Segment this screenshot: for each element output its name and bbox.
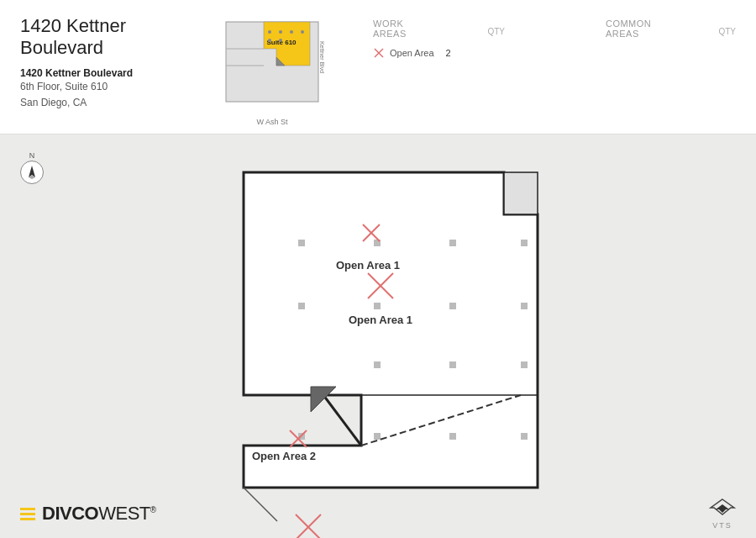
svg-point-8 (279, 39, 282, 42)
logo-bars-icon (20, 508, 35, 520)
qty-label: QTY (487, 27, 505, 36)
open-area-icon (373, 47, 385, 59)
svg-rect-29 (521, 361, 528, 368)
open-area-2-icon (288, 429, 308, 449)
svg-rect-32 (449, 433, 456, 440)
logo-registered: ® (150, 505, 156, 514)
work-areas-label: Work Areas (373, 18, 437, 39)
work-areas-section: Work Areas QTY Open Area 2 (373, 18, 505, 59)
svg-point-3 (268, 30, 271, 34)
open-area-2-label: Open Area 2 (252, 450, 316, 462)
vts-logo: VTS (709, 496, 736, 530)
svg-text:Kettner Blvd: Kettner Blvd (319, 41, 325, 73)
svg-rect-27 (374, 361, 381, 368)
thumbnail-street-label: W Ash St (256, 118, 287, 126)
logo-bar-2 (20, 513, 35, 515)
open-area-row: Open Area 2 (373, 47, 505, 59)
common-areas-section: Common Areas QTY (606, 18, 736, 59)
legend-headers: Work Areas QTY Open Area 2 Common Areas (373, 18, 736, 59)
svg-rect-31 (374, 433, 381, 440)
vts-label: VTS (712, 521, 732, 530)
open-area-1-icon (361, 223, 381, 243)
svg-rect-26 (521, 303, 528, 309)
common-areas-label: Common Areas (606, 18, 685, 39)
property-name: 1420 Kettner Boulevard (20, 67, 205, 79)
svg-rect-33 (521, 433, 528, 440)
svg-text:Open Area 1: Open Area 1 (349, 314, 412, 326)
svg-marker-18 (504, 172, 538, 214)
thumbnail-svg: Suite 610 Kettner Blvd (218, 15, 327, 116)
divcowest-logo: DIVCOWEST® (20, 503, 156, 525)
logo-text: DIVCOWEST® (42, 503, 156, 525)
floorplan-area: N (0, 134, 756, 538)
property-info: 1420 Kettner Boulevard 1420 Kettner Boul… (20, 15, 205, 111)
svg-line-37 (323, 395, 361, 446)
logo-bar-1 (20, 508, 35, 510)
svg-rect-25 (449, 303, 456, 309)
city-info: San Diego, CA (20, 95, 205, 111)
page-title: 1420 Kettner Boulevard (20, 15, 205, 59)
svg-rect-24 (374, 303, 381, 309)
open-area-1-label: Open Area 1 (336, 259, 400, 272)
svg-rect-28 (449, 361, 456, 368)
legend-area: Work Areas QTY Open Area 2 Common Areas (339, 15, 736, 59)
svg-point-4 (279, 30, 282, 34)
svg-point-6 (301, 30, 304, 34)
thumbnail-map: Suite 610 Kettner Blvd (218, 15, 327, 116)
open-area-qty: 2 (446, 48, 451, 58)
logo-bar-3 (20, 518, 35, 520)
thumbnail-map-area: Suite 610 Kettner Blvd W Ash St (205, 15, 339, 126)
svg-point-7 (268, 39, 271, 42)
common-qty-label: QTY (718, 27, 736, 36)
floorplan-svg: Open Area 1 Open Area 2 (0, 134, 756, 538)
header: 1420 Kettner Boulevard 1420 Kettner Boul… (0, 0, 756, 134)
svg-line-44 (244, 488, 277, 521)
floor-info: 6th Floor, Suite 610 (20, 79, 205, 95)
svg-rect-23 (298, 303, 305, 309)
svg-rect-22 (521, 240, 528, 246)
vts-icon (709, 496, 736, 520)
svg-point-5 (290, 30, 293, 34)
svg-rect-21 (449, 240, 456, 246)
open-area-label: Open Area (390, 48, 434, 58)
svg-rect-19 (298, 240, 305, 246)
svg-marker-50 (716, 504, 729, 513)
